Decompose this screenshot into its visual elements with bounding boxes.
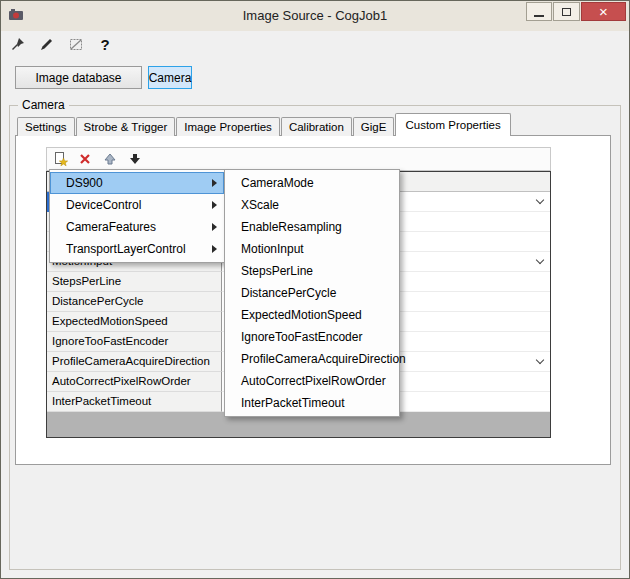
- submenu-item-steps-per-line[interactable]: StepsPerLine: [225, 260, 399, 282]
- property-name-cell[interactable]: InterPacketTimeout: [47, 392, 222, 412]
- submenu-item-label: ExpectedMotionSpeed: [241, 308, 362, 322]
- tab-custom-properties[interactable]: Custom Properties: [395, 113, 510, 136]
- help-icon[interactable]: ?: [95, 34, 115, 54]
- submenu-item-label: CameraMode: [241, 176, 314, 190]
- submenu-item-label: DistancePerCycle: [241, 286, 336, 300]
- close-button[interactable]: ×: [581, 2, 626, 21]
- menu-item-transport-layer-control[interactable]: TransportLayerControl: [50, 238, 224, 260]
- menu-item-device-control[interactable]: DeviceControl: [50, 194, 224, 216]
- submenu-arrow-icon: [212, 223, 217, 231]
- submenu-item-label: StepsPerLine: [241, 264, 313, 278]
- delete-property-icon: [77, 151, 93, 167]
- pencil-icon[interactable]: [37, 34, 57, 54]
- tab-settings[interactable]: Settings: [17, 117, 75, 136]
- submenu-item-inter-packet-timeout[interactable]: InterPacketTimeout: [225, 392, 399, 414]
- menu-item-label: CameraFeatures: [66, 220, 156, 234]
- move-up-icon: [102, 151, 118, 167]
- submenu-arrow-icon: [212, 201, 217, 209]
- submenu-item-label: IgnoreTooFastEncoder: [241, 330, 362, 344]
- menu-item-label: TransportLayerControl: [66, 242, 186, 256]
- submenu-item-x-scale[interactable]: XScale: [225, 194, 399, 216]
- image-source-window: Image Source - CogJob1 ×: [0, 0, 630, 579]
- tab-gige[interactable]: GigE: [353, 117, 395, 136]
- tab-strobe-trigger[interactable]: Strobe & Trigger: [76, 117, 176, 136]
- no-image-icon[interactable]: [66, 34, 86, 54]
- submenu-arrow-icon: [212, 179, 217, 187]
- image-database-button[interactable]: Image database: [15, 66, 142, 89]
- submenu-item-camera-mode[interactable]: CameraMode: [225, 172, 399, 194]
- submenu-item-enable-resampling[interactable]: EnableResampling: [225, 216, 399, 238]
- menu-item-camera-features[interactable]: CameraFeatures: [50, 216, 224, 238]
- delete-property-button[interactable]: [75, 149, 95, 169]
- minimize-button[interactable]: [526, 2, 552, 21]
- context-menu: DS900 DeviceControl CameraFeatures Trans…: [49, 169, 225, 263]
- move-down-button[interactable]: [125, 149, 145, 169]
- tab-image-properties[interactable]: Image Properties: [176, 117, 280, 136]
- close-icon: ×: [599, 4, 608, 19]
- combo-dropdown-icon[interactable]: [536, 356, 544, 364]
- tab-strip: Settings Strobe & Trigger Image Properti…: [17, 113, 512, 136]
- minimize-icon: [534, 15, 544, 17]
- submenu-item-label: XScale: [241, 198, 279, 212]
- add-property-icon: [52, 151, 69, 168]
- property-name-cell[interactable]: DistancePerCycle: [47, 292, 222, 312]
- tab-calibration[interactable]: Calibration: [281, 117, 352, 136]
- move-up-button[interactable]: [100, 149, 120, 169]
- property-name-cell[interactable]: AutoCorrectPixelRowOrder: [47, 372, 222, 392]
- camera-button[interactable]: Camera: [148, 66, 192, 89]
- property-name-cell[interactable]: StepsPerLine: [47, 272, 222, 292]
- submenu-item-expected-motion-speed[interactable]: ExpectedMotionSpeed: [225, 304, 399, 326]
- submenu-item-label: MotionInput: [241, 242, 304, 256]
- help-icon-glyph: ?: [100, 36, 109, 53]
- maximize-icon: [562, 8, 571, 16]
- pencil-icon-graphic: [39, 36, 55, 52]
- submenu-item-ignore-too-fast-encoder[interactable]: IgnoreTooFastEncoder: [225, 326, 399, 348]
- no-image-icon-graphic: [68, 36, 84, 52]
- ds900-submenu: CameraMode XScale EnableResampling Motio…: [224, 169, 400, 417]
- menu-item-label: DS900: [66, 176, 103, 190]
- submenu-item-distance-per-cycle[interactable]: DistancePerCycle: [225, 282, 399, 304]
- submenu-item-label: ProfileCameraAcquireDirection: [241, 352, 406, 366]
- submenu-item-label: InterPacketTimeout: [241, 396, 345, 410]
- combo-dropdown-icon[interactable]: [536, 196, 544, 204]
- pin-icon[interactable]: [8, 34, 28, 54]
- property-name-cell[interactable]: ExpectedMotionSpeed: [47, 312, 222, 332]
- submenu-item-auto-correct-pixel-row-order[interactable]: AutoCorrectPixelRowOrder: [225, 370, 399, 392]
- menu-item-label: DeviceControl: [66, 198, 141, 212]
- submenu-arrow-icon: [212, 245, 217, 253]
- add-property-button[interactable]: [50, 149, 70, 169]
- move-down-icon: [127, 151, 143, 167]
- main-toolbar: ?: [8, 34, 115, 54]
- submenu-item-profile-camera-acquire-direction[interactable]: ProfileCameraAcquireDirection: [225, 348, 399, 370]
- combo-dropdown-icon[interactable]: [536, 256, 544, 264]
- custom-properties-toolbar: [46, 147, 551, 171]
- property-name-cell[interactable]: IgnoreTooFastEncoder: [47, 332, 222, 352]
- maximize-button[interactable]: [553, 2, 580, 21]
- submenu-item-label: EnableResampling: [241, 220, 342, 234]
- submenu-item-label: AutoCorrectPixelRowOrder: [241, 374, 386, 388]
- menu-item-ds900[interactable]: DS900: [50, 172, 224, 194]
- submenu-item-motion-input[interactable]: MotionInput: [225, 238, 399, 260]
- property-name-cell[interactable]: ProfileCameraAcquireDirection: [47, 352, 222, 372]
- titlebar: Image Source - CogJob1 ×: [1, 1, 629, 31]
- caption-buttons: ×: [525, 2, 626, 21]
- pin-icon-graphic: [10, 36, 26, 52]
- camera-groupbox-label: Camera: [18, 98, 69, 112]
